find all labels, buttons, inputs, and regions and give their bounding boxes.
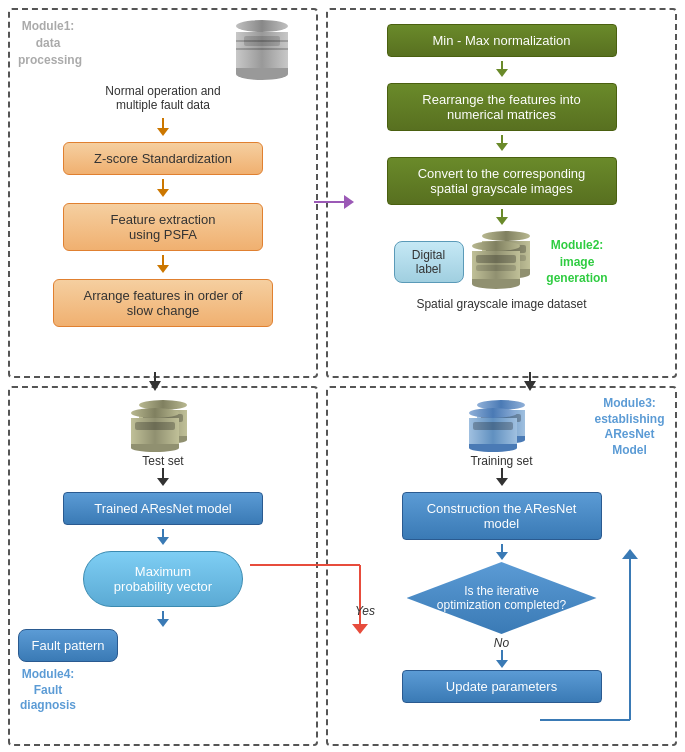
max-prob-box: Maximum probability vector (83, 551, 243, 607)
arrow-green2 (336, 135, 667, 153)
arrow-black2 (336, 468, 667, 488)
arrow2 (18, 179, 308, 199)
trained-aresnet-box: Trained AResNet model (63, 492, 263, 525)
test-set-db-icon (131, 400, 196, 452)
arrow-blue2 (18, 611, 308, 629)
arrow1 (18, 118, 308, 138)
arrow3 (18, 255, 308, 275)
purple-arrow (314, 195, 354, 209)
arrow-green1 (336, 61, 667, 79)
module4-box: Module4: Fault diagnosis (8, 386, 318, 746)
dataset-label: Spatial grayscale image dataset (336, 297, 667, 311)
yes-no-row: No (407, 636, 597, 668)
module1-db-icon (236, 20, 288, 80)
module2-box: Min - Max normalization Rearrange the fe… (326, 8, 677, 378)
no-label: No (494, 636, 509, 650)
arrow-blue1 (18, 529, 308, 547)
training-set-db-icon (469, 400, 534, 452)
arrow-blue3 (336, 544, 667, 562)
module1-label: Module1: data processing (18, 18, 78, 69)
arrange-features-box: Arrange features in order of slow change (53, 279, 273, 327)
module2-label: Module2: image generation (545, 237, 610, 288)
db-description: Normal operation and multiple fault data (18, 84, 308, 112)
stacked-db-icon (472, 231, 537, 293)
no-branch: No (407, 636, 597, 668)
module1-box: Module1: data processing Normal operatio… (8, 8, 318, 378)
update-params-box: Update parameters (402, 670, 602, 703)
convert-box: Convert to the corresponding spatial gra… (387, 157, 617, 205)
main-container: Module1: data processing Normal operatio… (0, 0, 685, 752)
diamond-container: Is the iterative optimization completed? (407, 562, 597, 634)
feature-extraction-box: Feature extraction using PSFA (63, 203, 263, 251)
zscore-box: Z-score Standardization (63, 142, 263, 175)
training-set-label: Training set (470, 454, 532, 468)
digital-label-box: Digital label (394, 241, 464, 283)
arrow-green3 (336, 209, 667, 227)
arrow-blue4 (496, 650, 508, 668)
test-set-area: Test set (18, 400, 308, 468)
rearrange-box: Rearrange the features into numerical ma… (387, 83, 617, 131)
module3-label: Module3: establishing AResNet Model (592, 396, 667, 458)
image-dataset-row: Digital label (336, 231, 667, 293)
construction-box: Construction the AResNet model (402, 492, 602, 540)
module3-box: Module3: establishing AResNet Model (326, 386, 677, 746)
bottom-row: Module4: Fault diagnosis (8, 386, 677, 746)
top-row: Module1: data processing Normal operatio… (8, 8, 677, 378)
arrow-black1 (18, 468, 308, 488)
min-max-box: Min - Max normalization (387, 24, 617, 57)
fault-pattern-box: Fault pattern (18, 629, 118, 662)
test-set-label: Test set (142, 454, 183, 468)
module4-label: Module4: Fault diagnosis (18, 667, 78, 714)
